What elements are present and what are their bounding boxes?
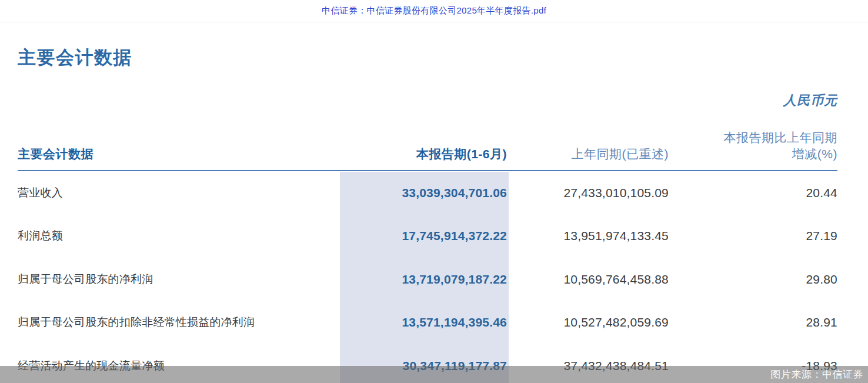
table-row: 归属于母公司股东的净利润 13,719,079,187.22 10,569,76…: [18, 258, 837, 301]
report-content: 主要会计数据 人民币元 主要会计数据 本报告期(1-6月) 上年同期(已重述) …: [0, 47, 868, 383]
change-percent-value: 29.80: [669, 272, 837, 287]
top-title-bar: 中信证券：中信证券股份有限公司2025年半年度报告.pdf: [0, 0, 868, 22]
row-label: 营业收入: [18, 185, 340, 201]
page-title: 主要会计数据: [18, 47, 837, 68]
prior-period-value: 10,527,482,059.69: [509, 315, 669, 329]
currency-note: 人民币元: [18, 93, 837, 108]
change-percent-value: 28.91: [669, 315, 837, 329]
column-header-change-line2: 增减(%): [669, 146, 837, 162]
change-percent-value: 20.44: [669, 186, 837, 200]
row-label: 利润总额: [18, 228, 340, 244]
table-row: 营业收入 33,039,304,701.06 27,433,010,105.09…: [18, 171, 837, 215]
current-period-value: 17,745,914,372.22: [340, 229, 509, 243]
prior-period-value: 13,951,974,133.45: [509, 229, 669, 243]
column-header-label: 主要会计数据: [18, 146, 340, 162]
table-row: 利润总额 17,745,914,372.22 13,951,974,133.45…: [18, 215, 837, 258]
image-source-overlay: 图片来源：中信证券: [0, 366, 868, 383]
column-header-change-line1: 本报告期比上年同期: [669, 129, 837, 146]
current-period-value: 13,571,194,395.46: [340, 315, 509, 329]
current-period-value: 33,039,304,701.06: [340, 186, 509, 200]
prior-period-value: 27,433,010,105.09: [509, 186, 669, 200]
column-header-change-percent: 本报告期比上年同期 增减(%): [669, 129, 837, 162]
table-row: 归属于母公司股东的扣除非经常性损益的净利润 13,571,194,395.46 …: [18, 301, 837, 345]
report-page: 中信证券：中信证券股份有限公司2025年半年度报告.pdf 主要会计数据 人民币…: [0, 0, 868, 383]
change-percent-value: 27.19: [669, 229, 837, 243]
column-header-prior-period: 上年同期(已重述): [509, 146, 669, 162]
image-source-watermark: 图片来源：中信证券: [771, 368, 868, 381]
table-header-row: 主要会计数据 本报告期(1-6月) 上年同期(已重述) 本报告期比上年同期 增减…: [18, 129, 837, 171]
current-period-value: 13,719,079,187.22: [340, 272, 509, 287]
pdf-title-link[interactable]: 中信证券：中信证券股份有限公司2025年半年度报告.pdf: [322, 5, 546, 16]
row-label: 归属于母公司股东的扣除非经常性损益的净利润: [18, 315, 340, 330]
prior-period-value: 10,569,764,458.88: [509, 272, 669, 287]
row-label: 归属于母公司股东的净利润: [18, 272, 340, 287]
column-header-current-period: 本报告期(1-6月): [340, 146, 509, 162]
